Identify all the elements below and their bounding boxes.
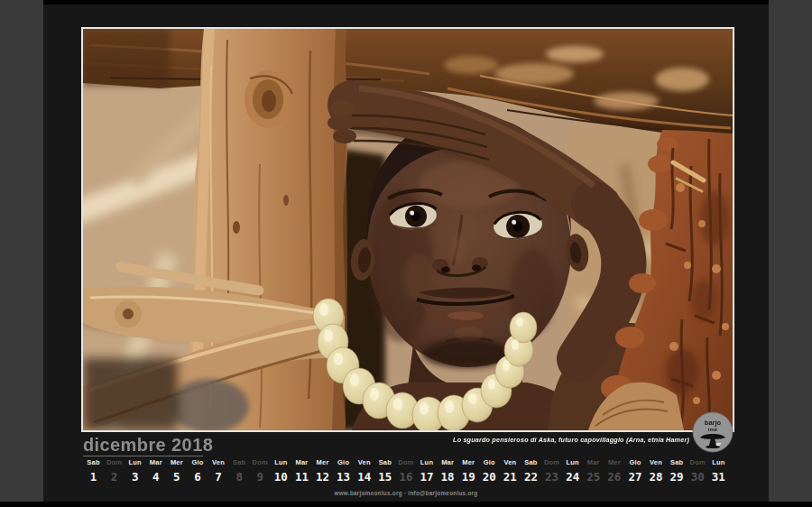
calendar-day-name: Lun <box>562 458 583 466</box>
calendar-day-name: Gio <box>624 458 645 466</box>
calendar-photo <box>83 29 733 430</box>
calendar-day: Dom 30 <box>687 458 708 484</box>
calendar-day-name: Dom <box>104 458 125 466</box>
calendar-day-name: Lun <box>271 458 291 466</box>
calendar-day-number: 4 <box>145 470 166 484</box>
calendar-day: Gio 27 <box>624 458 645 484</box>
calendar-day: Lun 17 <box>417 458 438 484</box>
calendar-day: Gio 6 <box>187 458 208 484</box>
calendar-day-number: 23 <box>541 470 562 484</box>
calendar-day: Dom 2 <box>104 458 125 484</box>
calendar-day: Lun 3 <box>125 458 145 484</box>
calendar-day: Lun 24 <box>562 458 583 484</box>
calendar-day-name: Sab <box>374 458 395 466</box>
page-footer: www.barjomeonlus.org · info@barjomeonlus… <box>81 490 731 496</box>
viewer-right-margin <box>769 0 812 502</box>
calendar-day-number: 30 <box>687 470 708 484</box>
calendar-day-number: 10 <box>271 470 291 484</box>
calendar-day: Mer 12 <box>312 458 333 484</box>
calendar-day-number: 31 <box>708 470 729 484</box>
calendar-day-number: 20 <box>479 470 500 484</box>
calendar-day-name: Mer <box>604 458 624 466</box>
calendar-day: Dom 9 <box>250 458 271 484</box>
viewer-left-margin <box>0 0 43 502</box>
calendar-day-name: Mar <box>583 458 604 466</box>
photo-frame <box>81 27 734 432</box>
calendar-day-number: 14 <box>354 470 374 484</box>
photo-caption: Lo sguardo pensieroso di Aska, futuro ca… <box>453 436 689 444</box>
calendar-day-name: Ven <box>354 458 374 466</box>
calendar-day-name: Gio <box>333 458 354 466</box>
calendar-day-name: Ven <box>500 458 521 466</box>
calendar-day: Lun 31 <box>708 458 729 484</box>
calendar-day-number: 28 <box>646 470 667 484</box>
logo-text-1: barjo <box>705 419 722 427</box>
calendar-day: Mar 18 <box>438 458 458 484</box>
calendar-day-name: Mer <box>458 458 479 466</box>
calendar-day-number: 17 <box>417 470 438 484</box>
calendar-day-name: Gio <box>479 458 500 466</box>
calendar-day: Dom 23 <box>541 458 562 484</box>
calendar-day: Sab 29 <box>667 458 687 484</box>
calendar-day-name: Sab <box>83 458 104 466</box>
calendar-day: Sab 22 <box>521 458 541 484</box>
calendar-day-number: 6 <box>187 470 208 484</box>
calendar-day-name: Mar <box>291 458 312 466</box>
calendar-day: Mar 4 <box>145 458 166 484</box>
logo-text-2: imé <box>708 427 718 432</box>
calendar-day-number: 24 <box>562 470 583 484</box>
calendar-day-name: Sab <box>229 458 250 466</box>
calendar-day: Sab 15 <box>374 458 395 484</box>
calendar-day-name: Lun <box>125 458 145 466</box>
calendar-day-name: Lun <box>417 458 438 466</box>
calendar-day-number: 29 <box>667 470 687 484</box>
calendar-day: Mar 11 <box>291 458 312 484</box>
logo-badge: barjo imé <box>692 411 734 453</box>
calendar-day: Gio 20 <box>479 458 500 484</box>
calendar-day-name: Lun <box>708 458 729 466</box>
calendar-day-name: Dom <box>687 458 708 466</box>
calendar-day-name: Mer <box>166 458 187 466</box>
calendar-day-number: 9 <box>250 470 271 484</box>
calendar-day-number: 5 <box>166 470 187 484</box>
calendar-day-number: 3 <box>125 470 145 484</box>
calendar-day: Ven 28 <box>646 458 667 484</box>
calendar-day-name: Dom <box>250 458 271 466</box>
calendar-day-name: Sab <box>667 458 687 466</box>
calendar-day-number: 12 <box>312 470 333 484</box>
calendar-day-number: 8 <box>229 470 250 484</box>
calendar-day-number: 22 <box>521 470 541 484</box>
calendar-day-number: 15 <box>374 470 395 484</box>
calendar-day-name: Mar <box>145 458 166 466</box>
calendar-day: Ven 14 <box>354 458 374 484</box>
calendar-day-number: 1 <box>83 470 104 484</box>
image-viewer: Lo sguardo pensieroso di Aska, futuro ca… <box>0 0 812 507</box>
calendar-day-number: 11 <box>291 470 312 484</box>
calendar-day-number: 21 <box>500 470 521 484</box>
calendar-day-number: 16 <box>395 470 416 484</box>
calendar-day-number: 19 <box>458 470 479 484</box>
calendar-day-number: 27 <box>624 470 645 484</box>
calendar-day: Mer 19 <box>458 458 479 484</box>
calendar-day-number: 7 <box>208 470 229 484</box>
calendar-day-number: 18 <box>438 470 458 484</box>
calendar-day-name: Mer <box>312 458 333 466</box>
calendar-day: Dom 16 <box>395 458 416 484</box>
calendar-day: Gio 13 <box>333 458 354 484</box>
calendar-day-name: Dom <box>395 458 416 466</box>
calendar-day-number: 13 <box>333 470 354 484</box>
title-rule <box>83 456 203 456</box>
calendar-day-name: Gio <box>187 458 208 466</box>
calendar-day: Ven 21 <box>500 458 521 484</box>
calendar-day: Sab 1 <box>83 458 104 484</box>
calendar-day-name: Dom <box>541 458 562 466</box>
calendar-day-name: Sab <box>521 458 541 466</box>
month-title: dicembre 2018 <box>83 435 213 456</box>
calendar-day: Mer 26 <box>604 458 624 484</box>
calendar-day-name: Ven <box>208 458 229 466</box>
calendar-day-number: 25 <box>583 470 604 484</box>
calendar-day-number: 26 <box>604 470 624 484</box>
calendar-row: Sab 1 Dom 2 Lun 3 Mar 4 Mer 5 Gio 6 <box>83 458 729 484</box>
calendar-day-name: Ven <box>646 458 667 466</box>
calendar-day: Mer 5 <box>166 458 187 484</box>
